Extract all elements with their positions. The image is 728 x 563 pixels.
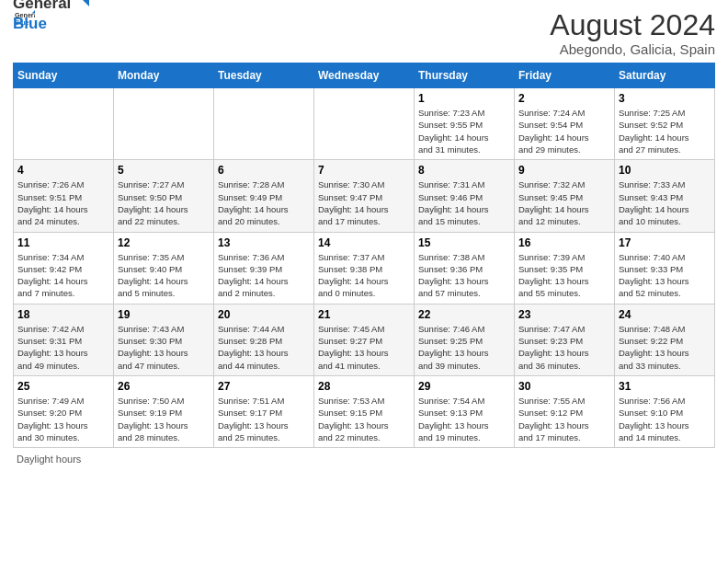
calendar-cell: 17Sunrise: 7:40 AM Sunset: 9:33 PM Dayli… — [615, 232, 715, 304]
calendar-cell — [114, 88, 214, 160]
day-number: 27 — [218, 380, 310, 393]
day-number: 16 — [518, 236, 610, 249]
day-number: 3 — [619, 92, 711, 105]
day-info: Sunrise: 7:32 AM Sunset: 9:45 PM Dayligh… — [518, 178, 610, 227]
day-info: Sunrise: 7:49 AM Sunset: 9:20 PM Dayligh… — [17, 395, 109, 443]
footer: Daylight hours — [13, 454, 715, 465]
day-info: Sunrise: 7:45 AM Sunset: 9:27 PM Dayligh… — [318, 323, 410, 372]
calendar-cell — [314, 88, 415, 160]
calendar-cell: 10Sunrise: 7:33 AM Sunset: 9:43 PM Dayli… — [615, 160, 715, 232]
day-number: 24 — [619, 308, 711, 321]
day-info: Sunrise: 7:42 AM Sunset: 9:31 PM Dayligh… — [17, 323, 109, 372]
day-number: 31 — [619, 380, 711, 393]
calendar-cell: 12Sunrise: 7:35 AM Sunset: 9:40 PM Dayli… — [114, 232, 214, 304]
day-info: Sunrise: 7:31 AM Sunset: 9:46 PM Dayligh… — [418, 178, 510, 227]
calendar-cell: 31Sunrise: 7:56 AM Sunset: 9:10 PM Dayli… — [615, 375, 715, 447]
day-number: 22 — [418, 308, 510, 321]
weekday-header-tuesday: Tuesday — [214, 63, 314, 88]
day-info: Sunrise: 7:35 AM Sunset: 9:40 PM Dayligh… — [118, 251, 210, 300]
day-info: Sunrise: 7:44 AM Sunset: 9:28 PM Dayligh… — [218, 323, 310, 372]
day-number: 4 — [17, 164, 109, 177]
day-info: Sunrise: 7:56 AM Sunset: 9:10 PM Dayligh… — [619, 395, 711, 443]
calendar-cell — [214, 88, 314, 160]
week-row-3: 11Sunrise: 7:34 AM Sunset: 9:42 PM Dayli… — [14, 232, 715, 304]
footer-label: Daylight hours — [17, 454, 81, 465]
day-number: 28 — [318, 380, 410, 393]
day-number: 15 — [418, 236, 510, 249]
svg-marker-3 — [78, 0, 89, 6]
calendar-cell: 8Sunrise: 7:31 AM Sunset: 9:46 PM Daylig… — [415, 160, 515, 232]
day-info: Sunrise: 7:50 AM Sunset: 9:19 PM Dayligh… — [118, 395, 210, 443]
logo-blue: Blue — [13, 15, 47, 32]
day-info: Sunrise: 7:53 AM Sunset: 9:15 PM Dayligh… — [318, 395, 410, 443]
day-info: Sunrise: 7:40 AM Sunset: 9:33 PM Dayligh… — [619, 251, 711, 300]
week-row-4: 18Sunrise: 7:42 AM Sunset: 9:31 PM Dayli… — [14, 304, 715, 375]
day-number: 9 — [518, 164, 610, 177]
calendar-cell: 9Sunrise: 7:32 AM Sunset: 9:45 PM Daylig… — [515, 160, 615, 232]
calendar-cell: 18Sunrise: 7:42 AM Sunset: 9:31 PM Dayli… — [14, 304, 114, 375]
day-number: 5 — [118, 164, 210, 177]
weekday-header-wednesday: Wednesday — [314, 63, 415, 88]
day-info: Sunrise: 7:26 AM Sunset: 9:51 PM Dayligh… — [17, 178, 109, 227]
logo-general: General — [13, 0, 71, 13]
day-number: 26 — [118, 380, 210, 393]
day-info: Sunrise: 7:47 AM Sunset: 9:23 PM Dayligh… — [518, 323, 610, 372]
calendar-table: SundayMondayTuesdayWednesdayThursdayFrid… — [13, 63, 715, 448]
day-info: Sunrise: 7:36 AM Sunset: 9:39 PM Dayligh… — [218, 251, 310, 300]
day-info: Sunrise: 7:33 AM Sunset: 9:43 PM Dayligh… — [619, 178, 711, 227]
calendar-cell: 21Sunrise: 7:45 AM Sunset: 9:27 PM Dayli… — [314, 304, 415, 375]
day-info: Sunrise: 7:39 AM Sunset: 9:35 PM Dayligh… — [518, 251, 610, 300]
day-info: Sunrise: 7:54 AM Sunset: 9:13 PM Dayligh… — [418, 395, 510, 443]
day-number: 1 — [418, 92, 510, 105]
day-number: 19 — [118, 308, 210, 321]
day-number: 6 — [218, 164, 310, 177]
day-info: Sunrise: 7:43 AM Sunset: 9:30 PM Dayligh… — [118, 323, 210, 372]
day-number: 10 — [619, 164, 711, 177]
logo-triangle-icon — [73, 0, 89, 12]
day-info: Sunrise: 7:55 AM Sunset: 9:12 PM Dayligh… — [518, 395, 610, 443]
day-info: Sunrise: 7:46 AM Sunset: 9:25 PM Dayligh… — [418, 323, 510, 372]
header: General Blue General Blue August 2024 Ab… — [13, 9, 715, 57]
day-info: Sunrise: 7:28 AM Sunset: 9:49 PM Dayligh… — [218, 178, 310, 227]
day-number: 13 — [218, 236, 310, 249]
day-number: 8 — [418, 164, 510, 177]
day-number: 7 — [318, 164, 410, 177]
day-number: 18 — [17, 308, 109, 321]
calendar-cell: 13Sunrise: 7:36 AM Sunset: 9:39 PM Dayli… — [214, 232, 314, 304]
calendar-cell: 29Sunrise: 7:54 AM Sunset: 9:13 PM Dayli… — [415, 375, 515, 447]
subtitle: Abegondo, Galicia, Spain — [550, 41, 715, 57]
calendar-cell: 27Sunrise: 7:51 AM Sunset: 9:17 PM Dayli… — [214, 375, 314, 447]
day-number: 25 — [17, 380, 109, 393]
calendar-cell: 14Sunrise: 7:37 AM Sunset: 9:38 PM Dayli… — [314, 232, 415, 304]
calendar-cell: 5Sunrise: 7:27 AM Sunset: 9:50 PM Daylig… — [114, 160, 214, 232]
day-info: Sunrise: 7:38 AM Sunset: 9:36 PM Dayligh… — [418, 251, 510, 300]
day-info: Sunrise: 7:34 AM Sunset: 9:42 PM Dayligh… — [17, 251, 109, 300]
calendar-cell: 2Sunrise: 7:24 AM Sunset: 9:54 PM Daylig… — [515, 88, 615, 160]
calendar-cell: 22Sunrise: 7:46 AM Sunset: 9:25 PM Dayli… — [415, 304, 515, 375]
logo: General Blue General Blue — [13, 9, 89, 33]
calendar-cell: 7Sunrise: 7:30 AM Sunset: 9:47 PM Daylig… — [314, 160, 415, 232]
weekday-header-sunday: Sunday — [14, 63, 114, 88]
day-number: 21 — [318, 308, 410, 321]
calendar-cell: 19Sunrise: 7:43 AM Sunset: 9:30 PM Dayli… — [114, 304, 214, 375]
weekday-header-monday: Monday — [114, 63, 214, 88]
calendar-cell: 15Sunrise: 7:38 AM Sunset: 9:36 PM Dayli… — [415, 232, 515, 304]
day-info: Sunrise: 7:25 AM Sunset: 9:52 PM Dayligh… — [619, 107, 711, 155]
day-info: Sunrise: 7:48 AM Sunset: 9:22 PM Dayligh… — [619, 323, 711, 372]
calendar-cell: 26Sunrise: 7:50 AM Sunset: 9:19 PM Dayli… — [114, 375, 214, 447]
calendar-cell: 6Sunrise: 7:28 AM Sunset: 9:49 PM Daylig… — [214, 160, 314, 232]
day-info: Sunrise: 7:23 AM Sunset: 9:55 PM Dayligh… — [418, 107, 510, 155]
calendar-cell: 25Sunrise: 7:49 AM Sunset: 9:20 PM Dayli… — [14, 375, 114, 447]
week-row-1: 1Sunrise: 7:23 AM Sunset: 9:55 PM Daylig… — [14, 88, 715, 160]
calendar-cell: 11Sunrise: 7:34 AM Sunset: 9:42 PM Dayli… — [14, 232, 114, 304]
day-info: Sunrise: 7:27 AM Sunset: 9:50 PM Dayligh… — [118, 178, 210, 227]
day-info: Sunrise: 7:51 AM Sunset: 9:17 PM Dayligh… — [218, 395, 310, 443]
day-number: 2 — [518, 92, 610, 105]
day-number: 14 — [318, 236, 410, 249]
calendar-cell: 28Sunrise: 7:53 AM Sunset: 9:15 PM Dayli… — [314, 375, 415, 447]
weekday-header-row: SundayMondayTuesdayWednesdayThursdayFrid… — [14, 63, 715, 88]
day-number: 11 — [17, 236, 109, 249]
calendar-cell — [14, 88, 114, 160]
calendar-cell: 20Sunrise: 7:44 AM Sunset: 9:28 PM Dayli… — [214, 304, 314, 375]
calendar-cell: 24Sunrise: 7:48 AM Sunset: 9:22 PM Dayli… — [615, 304, 715, 375]
